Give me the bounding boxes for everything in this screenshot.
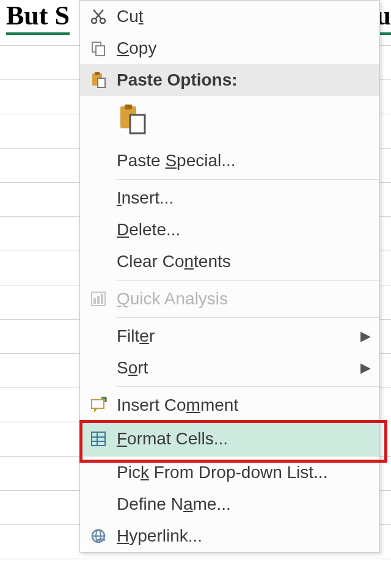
menu-hyperlink[interactable]: Hyperlink... <box>80 520 379 552</box>
svg-rect-10 <box>125 105 132 109</box>
format-cells-icon <box>80 430 117 448</box>
menu-label: Paste Options: <box>117 70 371 90</box>
menu-separator <box>117 317 379 318</box>
svg-rect-8 <box>98 78 105 87</box>
menu-cut[interactable]: Cut <box>80 1 379 32</box>
menu-insert[interactable]: Insert... <box>80 182 379 214</box>
menu-quick-analysis: Quick Analysis <box>80 283 379 315</box>
menu-label: Format Cells... <box>117 429 371 449</box>
menu-separator <box>117 280 379 281</box>
menu-format-cells[interactable]: Format Cells... <box>80 421 379 457</box>
svg-rect-12 <box>92 292 105 306</box>
menu-label: Insert... <box>117 188 371 208</box>
menu-label: Pick From Drop-down List... <box>117 463 371 482</box>
paste-default-button[interactable] <box>117 104 150 137</box>
menu-label: Paste Special... <box>117 151 371 171</box>
quick-analysis-icon <box>80 290 117 308</box>
menu-clear-contents[interactable]: Clear Contents <box>80 246 379 277</box>
menu-paste-special[interactable]: Paste Special... <box>80 145 379 177</box>
paste-options-row <box>80 96 379 145</box>
menu-label: Cut <box>117 7 371 26</box>
menu-label: Quick Analysis <box>117 289 371 309</box>
menu-insert-comment[interactable]: Insert Comment <box>80 389 379 421</box>
svg-rect-14 <box>97 296 100 304</box>
menu-label: Insert Comment <box>117 395 371 415</box>
menu-label: Hyperlink... <box>117 526 371 546</box>
menu-paste-options-header: Paste Options: <box>80 64 379 96</box>
menu-label: Sort <box>117 358 360 378</box>
copy-icon <box>80 39 117 57</box>
menu-sort[interactable]: Sort ▶ <box>80 352 379 384</box>
svg-rect-18 <box>92 432 105 446</box>
menu-filter[interactable]: Filter ▶ <box>80 320 379 352</box>
svg-rect-7 <box>95 72 100 75</box>
menu-delete[interactable]: Delete... <box>80 214 379 246</box>
svg-rect-11 <box>130 115 145 133</box>
svg-rect-5 <box>96 46 104 56</box>
hyperlink-icon <box>80 527 117 545</box>
svg-rect-6 <box>92 73 102 86</box>
svg-rect-15 <box>101 294 103 304</box>
submenu-arrow-icon: ▶ <box>360 328 371 344</box>
menu-separator <box>117 179 379 180</box>
menu-label: Copy <box>117 39 371 58</box>
menu-label: Filter <box>117 326 360 346</box>
menu-label: Delete... <box>117 220 371 240</box>
submenu-arrow-icon: ▶ <box>360 360 371 376</box>
svg-rect-13 <box>93 298 96 304</box>
menu-pick-from-list[interactable]: Pick From Drop-down List... <box>80 457 379 488</box>
paste-icon <box>80 71 117 89</box>
svg-marker-17 <box>94 408 98 413</box>
menu-label: Clear Contents <box>117 252 371 271</box>
cut-icon <box>80 7 117 26</box>
title-left: But S <box>6 0 70 35</box>
menu-separator <box>117 386 379 387</box>
menu-define-name[interactable]: Define Name... <box>80 488 379 520</box>
context-menu: Cut Copy Paste Options: <box>79 0 380 553</box>
menu-copy[interactable]: Copy <box>80 32 379 64</box>
comment-icon <box>80 396 117 414</box>
svg-rect-16 <box>92 400 104 408</box>
menu-label: Define Name... <box>117 494 371 514</box>
